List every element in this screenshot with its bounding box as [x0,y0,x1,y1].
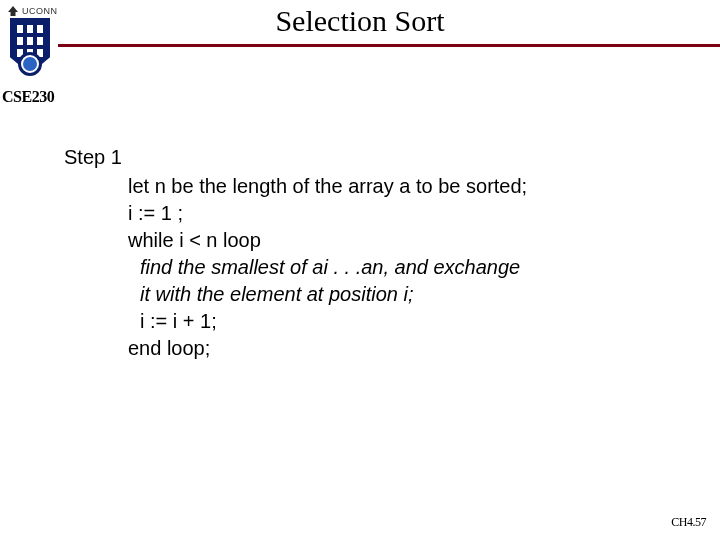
algo-line-3: while i < n loop [128,227,680,254]
step-label: Step 1 [64,144,680,171]
algo-line-5: it with the element at position i; [140,281,680,308]
slide-title: Selection Sort [0,4,720,38]
course-code: CSE230 [2,88,54,106]
slide-body: Step 1 let n be the length of the array … [64,144,680,362]
algo-line-2: i := 1 ; [128,200,680,227]
algo-line-4: find the smallest of ai . . .an, and exc… [140,254,680,281]
slide-number: CH4.57 [671,515,706,530]
seal-center-icon [23,57,37,71]
algo-line-6: i := i + 1; [140,308,680,335]
algo-line-1: let n be the length of the array a to be… [128,173,680,200]
title-divider [58,44,720,47]
algo-line-7: end loop; [128,335,680,362]
